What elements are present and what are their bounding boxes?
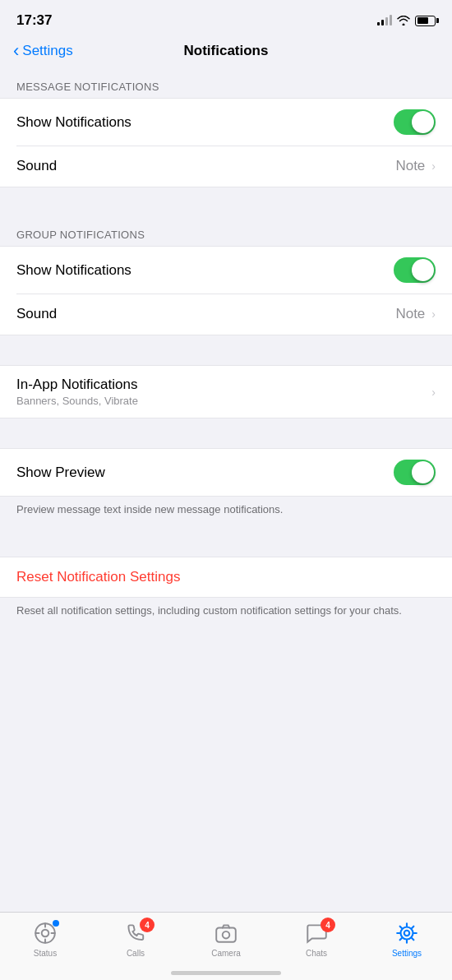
- reset-section: Reset Notification Settings: [0, 557, 452, 598]
- camera-icon: [214, 921, 238, 945]
- group-sound-right: Note ›: [395, 306, 436, 322]
- message-sound-right: Note ›: [395, 158, 436, 174]
- message-show-notifications-toggle[interactable]: [394, 109, 436, 135]
- tab-calls-label: Calls: [127, 949, 145, 958]
- group-show-notifications-toggle[interactable]: [394, 257, 436, 283]
- status-time: 17:37: [16, 12, 52, 29]
- message-sound-label: Sound: [16, 158, 57, 174]
- tab-status[interactable]: Status: [0, 921, 90, 958]
- camera-icon-wrap: [214, 921, 238, 945]
- spacer-4: [0, 527, 452, 557]
- inapp-notifications-subtitle: Banners, Sounds, Vibrate: [16, 395, 138, 407]
- group-sound-chevron-icon: ›: [431, 307, 436, 321]
- group-show-notifications-row: Show Notifications: [0, 247, 452, 294]
- calls-badge: 4: [140, 918, 155, 932]
- reset-notification-settings-button[interactable]: Reset Notification Settings: [16, 569, 436, 585]
- show-preview-group: Show Preview: [0, 448, 452, 497]
- svg-point-9: [401, 927, 413, 940]
- wifi-icon: [397, 16, 410, 25]
- tab-bar: Status 4 Calls Camera 4 Chats: [0, 912, 452, 980]
- show-preview-description: Preview message text inside new message …: [0, 497, 452, 527]
- group-notifications-header: GROUP NOTIFICATIONS: [0, 217, 452, 246]
- group-show-notifications-label: Show Notifications: [16, 262, 131, 279]
- back-button[interactable]: ‹ Settings: [13, 43, 73, 60]
- settings-icon-wrap: [394, 921, 419, 945]
- spacer-3: [0, 418, 452, 448]
- show-preview-row: Show Preview: [0, 449, 452, 496]
- group-sound-label: Sound: [16, 306, 57, 322]
- tab-settings-label: Settings: [392, 949, 422, 958]
- spacer-1: [0, 187, 452, 217]
- show-preview-toggle[interactable]: [394, 460, 436, 485]
- reset-description: Reset all notification settings, includi…: [0, 598, 452, 633]
- tab-settings[interactable]: Settings: [362, 921, 452, 958]
- group-sound-value: Note: [395, 306, 425, 322]
- inapp-notifications-chevron-icon: ›: [431, 386, 436, 399]
- message-show-notifications-label: Show Notifications: [16, 114, 131, 131]
- battery-icon: [415, 16, 436, 26]
- status-dot: [53, 920, 59, 927]
- svg-point-1: [42, 930, 49, 937]
- chats-icon-wrap: 4: [304, 921, 329, 945]
- show-preview-label: Show Preview: [16, 465, 105, 481]
- calls-icon-wrap: 4: [123, 921, 148, 945]
- tab-camera[interactable]: Camera: [181, 921, 271, 958]
- home-indicator: [171, 971, 281, 975]
- back-label: Settings: [22, 43, 72, 59]
- message-notifications-header: MESSAGE NOTIFICATIONS: [0, 69, 452, 98]
- page-title: Notifications: [184, 43, 269, 59]
- inapp-notifications-row[interactable]: In-App Notifications Banners, Sounds, Vi…: [0, 365, 452, 418]
- message-sound-row[interactable]: Sound Note ›: [0, 146, 452, 187]
- settings-icon: [394, 921, 419, 945]
- svg-point-8: [404, 931, 409, 936]
- message-sound-chevron-icon: ›: [431, 159, 436, 173]
- signal-icon: [377, 16, 392, 25]
- main-content: MESSAGE NOTIFICATIONS Show Notifications…: [0, 69, 452, 707]
- group-notifications-group: Show Notifications Sound Note ›: [0, 246, 452, 335]
- svg-point-7: [223, 931, 230, 939]
- message-show-notifications-row: Show Notifications: [0, 99, 452, 146]
- spacer-2: [0, 335, 452, 365]
- nav-header: ‹ Settings Notifications: [0, 36, 452, 69]
- status-bar: 17:37: [0, 0, 452, 36]
- tab-camera-label: Camera: [211, 949, 241, 958]
- tab-status-label: Status: [34, 949, 57, 958]
- group-sound-row[interactable]: Sound Note ›: [0, 294, 452, 335]
- status-icon-wrap: [33, 921, 58, 945]
- svg-rect-6: [216, 928, 236, 942]
- back-chevron-icon: ‹: [13, 42, 19, 60]
- message-notifications-group: Show Notifications Sound Note ›: [0, 98, 452, 187]
- chats-badge: 4: [321, 918, 335, 932]
- inapp-notifications-title: In-App Notifications: [16, 377, 138, 393]
- tab-calls[interactable]: 4 Calls: [90, 921, 181, 958]
- message-sound-value: Note: [395, 158, 425, 174]
- tab-chats[interactable]: 4 Chats: [271, 921, 362, 958]
- tab-chats-label: Chats: [306, 949, 327, 958]
- status-icons: [377, 16, 436, 26]
- inapp-notifications-content: In-App Notifications Banners, Sounds, Vi…: [16, 377, 138, 407]
